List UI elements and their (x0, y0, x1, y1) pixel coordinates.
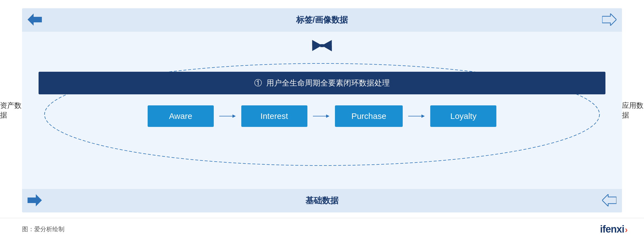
flow-box-loyalty: Loyalty (430, 105, 496, 127)
top-bar: 标签/画像数据 (22, 8, 622, 32)
footer: 图：爱分析绘制 ifenxi› (0, 218, 644, 240)
svg-marker-1 (602, 14, 616, 26)
left-label-text: 资产数据 (0, 101, 22, 120)
lifecycle-bar-text: ① 用户全生命周期全要素闭环数据处理 (254, 79, 390, 87)
bottom-bar-title: 基础数据 (305, 195, 339, 206)
flow-arrow-3 (408, 112, 425, 120)
logo-text: ifenxi› (600, 223, 627, 235)
diagram-area: 资产数据 标签/画像数据 (0, 0, 644, 218)
svg-marker-13 (421, 114, 425, 118)
bottom-left-arrow-icon (28, 194, 42, 207)
top-right-arrow-icon (602, 14, 616, 27)
flow-box-interest: Interest (241, 105, 307, 127)
svg-marker-14 (28, 194, 42, 206)
lifecycle-number: ① (254, 79, 262, 87)
logo-word: ifenxi (600, 223, 624, 235)
left-label: 资产数据 (0, 8, 22, 212)
svg-marker-11 (326, 114, 329, 118)
bottom-bar: 基础数据 (22, 189, 622, 212)
page-wrapper: 资产数据 标签/画像数据 (0, 0, 644, 240)
right-label: 应用数据 (622, 8, 644, 212)
right-label-text: 应用数据 (622, 101, 644, 120)
footer-caption: 图：爱分析绘制 (22, 225, 64, 233)
logo-area: ifenxi› (600, 223, 627, 235)
flow-row: Aware Interest (39, 105, 605, 127)
top-bar-title: 标签/画像数据 (296, 14, 348, 26)
flow-box-purchase: Purchase (335, 105, 403, 127)
logo-arrow-icon: › (625, 225, 627, 235)
top-left-arrow-icon (28, 14, 42, 27)
center-content: 标签/画像数据 (22, 8, 622, 212)
bowtie-icon (311, 37, 333, 54)
bowtie-shape-container (311, 37, 333, 54)
lifecycle-bar: ① 用户全生命周期全要素闭环数据处理 (39, 72, 605, 94)
flow-arrow-2 (313, 112, 329, 120)
middle-section: ① 用户全生命周期全要素闭环数据处理 Aware (22, 32, 622, 189)
svg-marker-5 (312, 40, 322, 51)
svg-marker-9 (232, 114, 236, 118)
flow-arrow-1 (219, 112, 236, 120)
bottom-right-arrow-icon (602, 194, 616, 207)
svg-marker-15 (602, 194, 616, 206)
svg-marker-6 (322, 40, 332, 51)
svg-marker-0 (28, 14, 42, 26)
lifecycle-text: 用户全生命周期全要素闭环数据处理 (266, 79, 390, 87)
flow-box-aware: Aware (148, 105, 214, 127)
